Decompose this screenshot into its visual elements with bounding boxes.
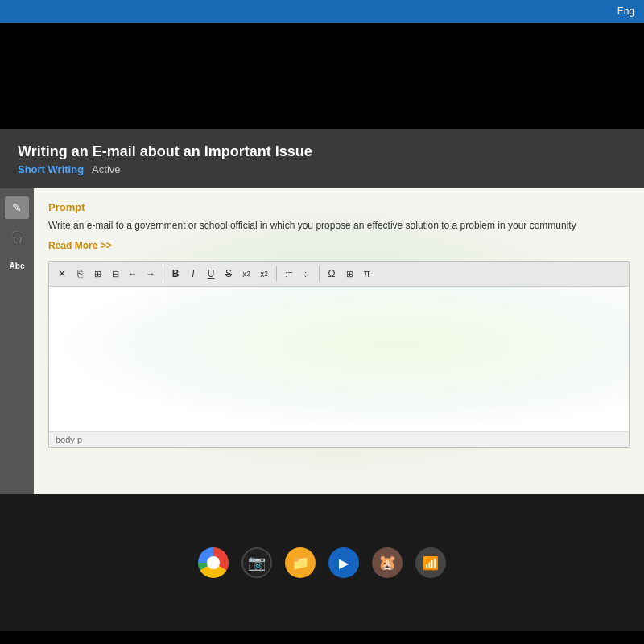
breadcrumb-active: Active (92, 163, 120, 175)
toolbar-redo-btn[interactable]: → (142, 265, 159, 283)
sidebar-headphones-icon[interactable]: 🎧 (5, 225, 29, 248)
breadcrumb-short-writing[interactable]: Short Writing (18, 163, 84, 175)
toolbar-cut-btn[interactable]: ✕ (54, 265, 70, 283)
toolbar-italic-btn[interactable]: I (185, 265, 201, 283)
editor-toolbar: ✕ ⎘ ⊞ ⊟ ← → B I U S x2 x2 := :: (49, 262, 629, 287)
editor-container: ✕ ⎘ ⊞ ⊟ ← → B I U S x2 x2 := :: (48, 261, 630, 448)
main-content: Writing an E-mail about an Important Iss… (0, 129, 644, 188)
toolbar-underline-btn[interactable]: U (203, 265, 219, 283)
toolbar-bold-btn[interactable]: B (167, 265, 184, 283)
toolbar-strikethrough-btn[interactable]: S (221, 265, 237, 283)
toolbar-omega-btn[interactable]: Ω (324, 265, 340, 283)
read-more-link[interactable]: Read More >> (48, 240, 112, 251)
taskbar: 📷 📁 ▶ 🐹 📶 (198, 539, 446, 586)
taskbar-camera-icon[interactable]: 📷 (242, 547, 272, 578)
taskbar-media-icon[interactable]: ▶ (328, 547, 359, 578)
toolbar-sep-3 (319, 266, 320, 281)
content-panel: ✎ 🎧 Abc Prompt Write an e-mail to a gove… (0, 188, 644, 494)
prompt-text: Write an e-mail to a government or schoo… (48, 218, 630, 233)
toolbar-pi-btn[interactable]: π (359, 265, 375, 283)
taskbar-files-icon[interactable]: 📁 (285, 547, 316, 578)
bottom-bar: 📷 📁 ▶ 🐹 📶 (0, 494, 644, 631)
top-bar: Eng (0, 0, 644, 23)
page-title: Writing an E-mail about an Important Iss… (18, 143, 626, 160)
toolbar-paste-text-btn[interactable]: ⊟ (107, 265, 123, 283)
sidebar-abc-icon[interactable]: Abc (5, 254, 29, 277)
toolbar-sep-2 (276, 266, 277, 281)
toolbar-paste-btn[interactable]: ⊞ (89, 265, 105, 283)
taskbar-pet-icon[interactable]: 🐹 (372, 547, 402, 578)
toolbar-copy-btn[interactable]: ⎘ (72, 265, 88, 283)
left-sidebar: ✎ 🎧 Abc (0, 188, 34, 494)
toolbar-undo-btn[interactable]: ← (125, 265, 141, 283)
toolbar-table-btn[interactable]: ⊞ (341, 265, 357, 283)
taskbar-chrome-icon[interactable] (198, 547, 229, 578)
toolbar-unordered-list-btn[interactable]: :: (299, 265, 315, 283)
sidebar-pencil-icon[interactable]: ✎ (5, 196, 29, 219)
right-content: Prompt Write an e-mail to a government o… (34, 188, 644, 494)
editor-body[interactable] (49, 287, 629, 431)
toolbar-superscript-btn[interactable]: x2 (256, 265, 272, 283)
taskbar-wifi-icon[interactable]: 📶 (415, 547, 446, 578)
toolbar-subscript-btn[interactable]: x2 (238, 265, 254, 283)
lang-label: Eng (617, 6, 634, 17)
toolbar-ordered-list-btn[interactable]: := (281, 265, 297, 283)
breadcrumb: Short Writing Active (18, 163, 626, 175)
prompt-label: Prompt (48, 201, 630, 213)
editor-statusbar: body p (49, 431, 629, 447)
toolbar-sep-1 (163, 266, 163, 281)
